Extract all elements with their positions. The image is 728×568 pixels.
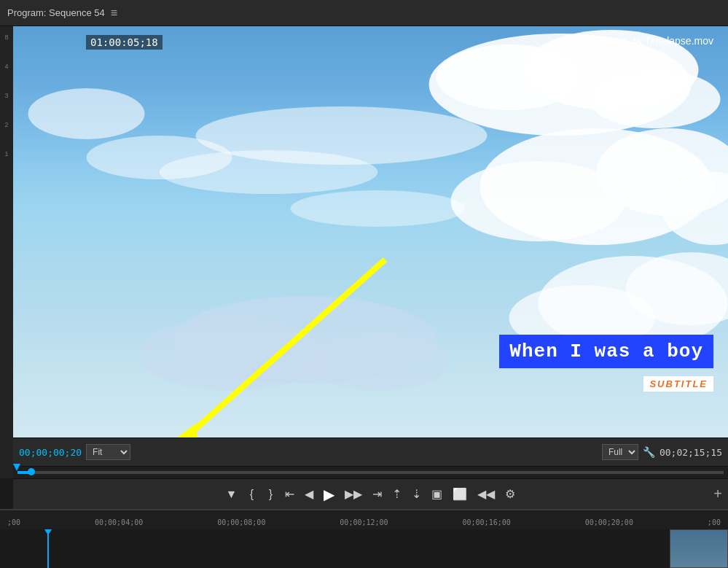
svg-point-7	[662, 172, 729, 245]
svg-point-18	[305, 332, 451, 391]
ruler-label-6: ;00	[708, 518, 721, 526]
wrench-icon[interactable]: 🔧	[643, 446, 655, 458]
go-to-in-button[interactable]: ⇤	[282, 486, 297, 502]
svg-point-5	[597, 128, 729, 216]
timeline-playhead-line	[47, 529, 49, 568]
play-reverse-button[interactable]: ◀◀	[474, 486, 498, 502]
left-sidebar: 8 4 3 2 1	[0, 26, 13, 478]
filename-overlay: Clouds 4k Timelapse.mov	[597, 35, 713, 47]
svg-line-19	[181, 260, 385, 437]
ruler-label-2: 00;00;08;00	[217, 518, 265, 526]
ruler-label-3: 00;00;12;00	[340, 518, 388, 526]
total-duration: 00;02;15;15	[659, 447, 722, 458]
lift-button[interactable]: ⇡	[389, 486, 404, 502]
ruler-label-1: 00;00;04;00	[95, 518, 143, 526]
progress-thumb[interactable]	[28, 468, 35, 475]
progress-area[interactable]	[13, 467, 728, 478]
mini-preview-inner	[670, 530, 727, 567]
sidebar-tick-2: 2	[4, 121, 8, 128]
svg-point-2	[437, 44, 582, 110]
timeline-tracks	[0, 529, 728, 568]
quality-dropdown[interactable]: Full 1/2 1/4 1/8	[602, 444, 638, 460]
program-monitor-header: Program: Sequence 54 ≡	[0, 0, 728, 26]
extract-button[interactable]: ⇣	[409, 486, 424, 502]
menu-icon[interactable]: ≡	[111, 7, 117, 20]
svg-point-3	[590, 70, 721, 128]
svg-point-0	[429, 34, 692, 136]
svg-point-6	[451, 161, 626, 241]
sidebar-tick-3: 3	[4, 92, 8, 99]
current-timecode: 00;00;00;20	[19, 447, 82, 458]
subtitle-text: When I was a boy	[499, 335, 713, 368]
timeline-ruler: ;00 00;00;04;00 00;00;08;00 00;00;12;00 …	[0, 509, 728, 529]
settings-button[interactable]: ⚙	[502, 486, 518, 502]
svg-point-14	[28, 88, 145, 139]
svg-point-17	[138, 318, 327, 391]
svg-point-9	[626, 252, 729, 325]
clouds-svg	[13, 26, 728, 437]
svg-point-13	[291, 190, 466, 227]
svg-point-15	[87, 136, 232, 179]
add-button[interactable]: +	[713, 486, 722, 502]
trim-monitor-button[interactable]: ⬜	[450, 486, 470, 502]
svg-point-12	[160, 150, 378, 194]
svg-point-4	[480, 128, 713, 245]
export-frame-button[interactable]: ▣	[428, 486, 445, 502]
svg-marker-20	[167, 424, 200, 437]
ruler-label-0: ;00	[7, 518, 20, 526]
subtitle-label: SUBTITLE	[643, 376, 713, 392]
step-forward-button[interactable]: ▶▶	[342, 486, 365, 502]
video-preview: 01:00:05;18 Clouds 4k Timelapse.mov When…	[13, 26, 728, 437]
play-button[interactable]: ▶	[321, 484, 337, 505]
yellow-arrow	[13, 26, 728, 437]
ruler-label-4: 00;00;16;00	[463, 518, 511, 526]
transport-bar: ▼ { } ⇤ ◀ ▶ ▶▶ ⇥ ⇡ ⇣ ▣ ⬜ ◀◀ ⚙ +	[13, 478, 728, 509]
go-to-out-button[interactable]: ⇥	[369, 486, 385, 502]
svg-point-16	[174, 296, 437, 384]
ruler-labels: ;00 00;00;04;00 00;00;08;00 00;00;12;00 …	[0, 518, 728, 529]
sidebar-tick-1: 1	[4, 150, 8, 157]
ruler-label-5: 00;00;20;00	[585, 518, 633, 526]
sidebar-tick-4: 4	[4, 63, 8, 70]
mark-in-button[interactable]: ▼	[223, 486, 240, 502]
timecode-overlay: 01:00:05;18	[86, 35, 163, 50]
step-back-button[interactable]: ◀	[302, 486, 316, 502]
progress-track[interactable]	[17, 471, 724, 474]
svg-point-11	[196, 106, 488, 165]
fit-dropdown[interactable]: Fit 25% 50% 75% 100%	[86, 444, 130, 460]
mark-out-button[interactable]: {	[244, 486, 259, 502]
sidebar-tick-8: 8	[4, 34, 8, 41]
controls-bar: 00;00;00;20 Fit 25% 50% 75% 100% Full 1/…	[13, 437, 728, 467]
program-monitor-title: Program: Sequence 54	[7, 7, 105, 18]
video-frame: 01:00:05;18 Clouds 4k Timelapse.mov When…	[13, 26, 728, 437]
mini-preview	[670, 529, 728, 568]
mark-out-end-button[interactable]: }	[263, 486, 278, 502]
